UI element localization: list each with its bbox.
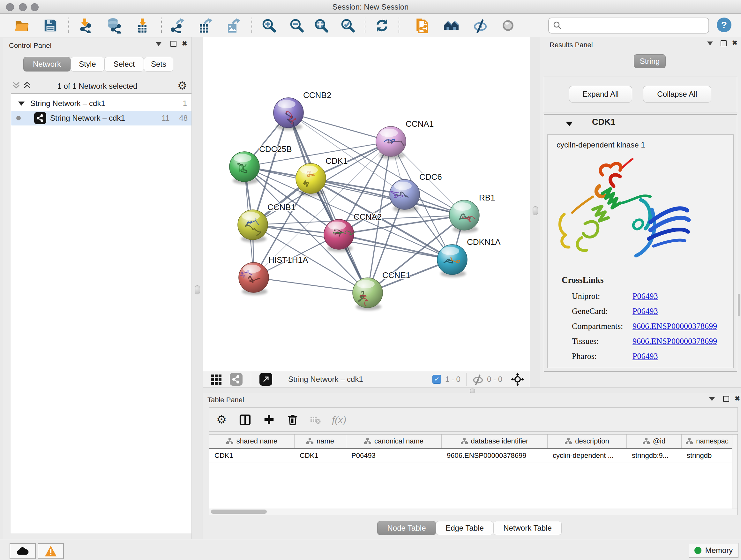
tab-edge-table[interactable]: Edge Table: [436, 521, 493, 535]
tab-network-table[interactable]: Network Table: [493, 521, 562, 535]
show-columns-icon[interactable]: [239, 413, 252, 426]
zoom-out-button[interactable]: [288, 17, 305, 34]
home-button[interactable]: [443, 17, 460, 34]
table-hscrollbar-thumb[interactable]: [211, 509, 267, 514]
right-splitter-grip[interactable]: [533, 206, 538, 215]
tab-network[interactable]: Network: [23, 57, 71, 71]
graph-node-CCNB2[interactable]: CCNB2: [273, 90, 331, 130]
share-document-button[interactable]: [414, 17, 431, 34]
float-panel-icon[interactable]: [721, 40, 727, 46]
graph-edge[interactable]: [288, 113, 367, 293]
column-header-namespac[interactable]: namespac: [682, 435, 733, 448]
graph-node-CDC6[interactable]: CDC6: [390, 172, 442, 212]
network-graph[interactable]: CCNB2CCNA1CDC25BCDK1CDC6RB1CCNB1CCNA2CDK…: [203, 37, 530, 371]
table-vscrollbar[interactable]: [732, 435, 738, 509]
help-button[interactable]: ?: [717, 17, 731, 32]
horizontal-splitter-grip[interactable]: [470, 388, 475, 393]
close-panel-icon[interactable]: ✖: [735, 395, 740, 401]
panel-menu-icon[interactable]: [707, 42, 713, 45]
delete-table-icon[interactable]: [310, 414, 321, 425]
fit-crosshair-icon[interactable]: [511, 372, 525, 386]
column-header--id[interactable]: @id: [627, 435, 682, 448]
tab-node-table[interactable]: Node Table: [377, 521, 436, 535]
selected-checkbox-icon[interactable]: ✓: [432, 375, 441, 384]
open-session-button[interactable]: [13, 17, 30, 34]
panel-menu-icon[interactable]: [156, 42, 161, 46]
tab-style[interactable]: Style: [71, 57, 105, 71]
hide-selected-button[interactable]: [472, 17, 488, 34]
left-splitter[interactable]: [192, 37, 203, 539]
crosslink-link[interactable]: P06493: [632, 304, 658, 319]
network-canvas[interactable]: CCNB2CCNA1CDC25BCDK1CDC6RB1CCNB1CCNA2CDK…: [203, 37, 530, 371]
table-hscrollbar[interactable]: [209, 509, 738, 515]
delete-column-trash-icon[interactable]: [286, 414, 299, 426]
search-field[interactable]: [548, 17, 709, 34]
import-network-from-database-button[interactable]: [105, 17, 122, 34]
create-column-plus-icon[interactable]: [263, 414, 275, 426]
column-header-description[interactable]: description: [548, 435, 627, 448]
graph-node-CCNA1[interactable]: CCNA1: [376, 119, 434, 159]
show-hidden-button[interactable]: [500, 17, 516, 34]
column-header-name[interactable]: name: [294, 435, 346, 448]
expand-all-button[interactable]: Expand All: [569, 86, 632, 103]
zoom-selected-button[interactable]: [340, 17, 356, 34]
crosslink-link[interactable]: P06493: [632, 349, 658, 364]
panel-menu-icon[interactable]: [709, 397, 715, 401]
search-input[interactable]: [565, 19, 709, 32]
hidden-eye-slash-icon[interactable]: [472, 373, 484, 385]
float-panel-icon[interactable]: [171, 41, 177, 47]
crosslink-link[interactable]: 9606.ENSP00000378699: [632, 334, 717, 349]
tab-select[interactable]: Select: [105, 57, 144, 71]
table-cell[interactable]: stringdb:9...: [627, 449, 682, 462]
graph-edge[interactable]: [311, 179, 464, 215]
column-header-shared-name[interactable]: shared name: [209, 435, 294, 448]
network-options-gear-icon[interactable]: ⚙: [178, 79, 187, 92]
graph-node-CCNB1[interactable]: CCNB1: [238, 202, 295, 242]
table-cell[interactable]: CDK1: [294, 449, 346, 462]
refresh-layout-button[interactable]: [374, 17, 390, 34]
tab-sets[interactable]: Sets: [144, 57, 173, 71]
graph-edge[interactable]: [254, 277, 367, 293]
open-in-window-icon[interactable]: [259, 373, 272, 386]
float-panel-icon[interactable]: [723, 396, 729, 402]
left-splitter-grip[interactable]: [195, 286, 200, 294]
table-settings-gear-icon[interactable]: ⚙: [216, 413, 226, 426]
graph-node-CDK1[interactable]: CDK1: [296, 156, 347, 196]
column-header-canonical-name[interactable]: canonical name: [346, 435, 442, 448]
zoom-in-button[interactable]: [261, 17, 277, 34]
automation-cloud-button[interactable]: [10, 543, 36, 559]
graph-edge[interactable]: [288, 113, 391, 141]
network-row-selected[interactable]: String Network – cdk1 11 48: [11, 111, 193, 125]
warnings-button[interactable]: [38, 543, 64, 559]
results-scrollbar-thumb[interactable]: [738, 294, 740, 316]
graph-node-RB1[interactable]: RB1: [449, 193, 495, 233]
network-collection-row[interactable]: String Network – cdk1 1: [11, 96, 193, 111]
export-network-button[interactable]: [170, 17, 186, 34]
graph-node-CCNE1[interactable]: CCNE1: [353, 270, 410, 310]
memory-button[interactable]: Memory: [689, 543, 738, 558]
birdseye-grid-icon[interactable]: [211, 374, 222, 385]
function-builder-icon[interactable]: f(x): [332, 414, 346, 426]
close-panel-icon[interactable]: ✖: [732, 40, 738, 46]
export-table-button[interactable]: [197, 17, 214, 34]
entry-expander-icon[interactable]: [566, 122, 573, 126]
save-session-button[interactable]: [42, 17, 59, 34]
graph-node-CDKN1A[interactable]: CDKN1A: [437, 237, 501, 277]
table-cell[interactable]: CDK1: [209, 449, 294, 462]
graph-node-HIST1H1A[interactable]: HIST1H1A: [239, 255, 308, 295]
collapse-all-button[interactable]: Collapse All: [643, 86, 711, 103]
zoom-fit-button[interactable]: [313, 17, 330, 34]
horizontal-splitter[interactable]: [203, 387, 741, 394]
table-cell[interactable]: P06493: [346, 449, 442, 462]
right-splitter[interactable]: [530, 37, 541, 387]
import-network-button[interactable]: [77, 17, 94, 34]
table-cell[interactable]: cyclin-dependent ...: [548, 449, 627, 462]
close-panel-icon[interactable]: ✖: [182, 40, 187, 47]
collection-expander-icon[interactable]: [18, 102, 24, 106]
import-table-button[interactable]: [135, 17, 151, 34]
table-cell[interactable]: stringdb: [682, 449, 733, 462]
table-cell[interactable]: 9606.ENSP00000378699: [442, 449, 548, 462]
crosslink-link[interactable]: 9606.ENSP00000378699: [632, 319, 717, 334]
crosslink-link[interactable]: P06493: [632, 289, 658, 304]
tab-string[interactable]: String: [634, 54, 666, 68]
